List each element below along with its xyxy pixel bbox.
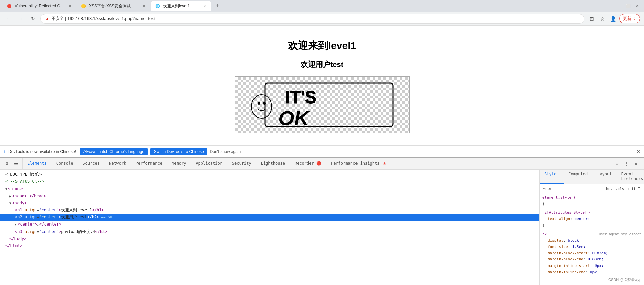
styles-content: element.style { } h2[Attributes Style] {…: [540, 193, 644, 285]
inspect-element-button[interactable]: ⊡: [3, 160, 11, 168]
insecure-label: 不安全: [52, 16, 64, 22]
dom-line-body-close: </body>: [0, 235, 539, 242]
dom-line-html[interactable]: <html>: [0, 185, 539, 192]
devtools-close-button[interactable]: ×: [632, 160, 640, 168]
dom-line-h1[interactable]: <h1 align="center">欢迎来到level1</h1>: [0, 207, 539, 214]
url-bar[interactable]: ▲ 不安全 | 192.168.163.1/xsslabs/level1.php…: [40, 14, 584, 24]
devtools-notification: ℹ DevTools is now available in Chinese! …: [0, 145, 644, 157]
tab-3-title: 欢迎来到level1: [163, 3, 199, 9]
tab-elements[interactable]: Elements: [23, 158, 52, 169]
svg-point-3: [251, 95, 272, 118]
tab-performance[interactable]: Performance: [131, 158, 167, 169]
tab-console[interactable]: Console: [52, 158, 78, 169]
devtools-main: <!DOCTYPE html> <!--STATUS OK--> <html> …: [0, 170, 644, 285]
maximize-button[interactable]: ⬜: [624, 2, 632, 10]
forward-button[interactable]: →: [16, 14, 26, 24]
image-content: IT'S OK: [235, 77, 409, 133]
styles-filter-input[interactable]: [542, 186, 601, 191]
filter-cls[interactable]: .cls: [614, 186, 625, 191]
triangle-center[interactable]: [15, 222, 17, 226]
url-text: 192.168.163.1/xsslabs/level1.php?name=te…: [67, 16, 579, 21]
security-icon: ▲: [45, 16, 49, 21]
notification-text: DevTools is now available in Chinese!: [8, 149, 76, 154]
tab-sources[interactable]: Sources: [78, 158, 104, 169]
tab-1-close[interactable]: ×: [67, 3, 73, 9]
devtools-settings-button[interactable]: ⚙: [613, 160, 621, 168]
back-button[interactable]: ←: [4, 14, 13, 24]
dom-line-html-close: </html>: [0, 242, 539, 249]
tab-1[interactable]: 🔴 Vulnerability: Reflected Cross... ×: [3, 1, 77, 11]
tab-3-close[interactable]: ×: [202, 3, 207, 9]
tab-2-title: XSS平台-XSS安全测试平台: [89, 3, 139, 9]
page-content: 欢迎来到level1 欢迎用户test IT'S OK: [0, 26, 644, 285]
dont-show-again-link[interactable]: Don't show again: [210, 149, 241, 154]
styles-tab-styles[interactable]: Styles: [540, 170, 564, 184]
bookmark-button[interactable]: ☆: [598, 14, 607, 24]
new-tab-button[interactable]: +: [213, 1, 222, 11]
web-page: 欢迎来到level1 欢迎用户test IT'S OK: [0, 26, 644, 145]
tab-memory[interactable]: Memory: [167, 158, 191, 169]
dom-line-head[interactable]: <head>…</head>: [0, 193, 539, 200]
tab-3[interactable]: 🌐 欢迎来到level1 ×: [151, 1, 211, 11]
device-toolbar-button[interactable]: ☰: [12, 160, 20, 168]
tab-3-favicon: 🌐: [155, 3, 160, 9]
address-bar-actions: ⊡ ☆ 👤 更新 ：: [587, 14, 640, 24]
notification-close[interactable]: ×: [637, 149, 640, 155]
window-controls: – ⬜ ✕: [614, 2, 641, 10]
devtools-toolbar: ⊡ ☰ Elements Console Sources Network Per…: [0, 158, 644, 170]
cast-button[interactable]: ⊡: [587, 14, 597, 24]
tab-recorder[interactable]: Recorder 🔴: [290, 158, 326, 169]
styles-tabs: Styles Computed Layout Event Listeners »: [540, 170, 644, 184]
dom-line-h2[interactable]: <h2 align="center">欢迎用户test</h2>== $0: [0, 214, 539, 221]
filter-icon1[interactable]: ⊔: [631, 186, 636, 192]
styles-tab-event-listeners[interactable]: Event Listeners: [617, 170, 644, 184]
minimize-button[interactable]: –: [614, 2, 622, 10]
tab-2[interactable]: 🟡 XSS平台-XSS安全测试平台 ×: [77, 1, 151, 11]
reload-button[interactable]: ↻: [28, 14, 38, 24]
svg-text:IT'S: IT'S: [285, 87, 316, 107]
dom-line-body[interactable]: <body>: [0, 200, 539, 207]
dom-panel: <!DOCTYPE html> <!--STATUS OK--> <html> …: [0, 170, 540, 285]
dom-line-comment: <!--STATUS OK-->: [0, 178, 539, 185]
devtools-icon-group: ⊡ ☰: [1, 158, 23, 169]
page-heading-1: 欢迎来到level1: [288, 39, 356, 53]
filter-add[interactable]: +: [626, 186, 631, 191]
update-button[interactable]: 更新 ：: [619, 14, 640, 23]
tab-performance-insights[interactable]: Performance insights 🔺: [326, 158, 392, 169]
watermark: CSDN @追梦者wyp: [608, 277, 641, 282]
dom-line-center[interactable]: <center>…</center>: [0, 221, 539, 228]
dom-line-h3[interactable]: <h3 align="center">payload的长度:4</h3>: [0, 228, 539, 235]
triangle-html[interactable]: [5, 187, 7, 191]
tab-2-close[interactable]: ×: [141, 3, 147, 9]
tab-application[interactable]: Application: [191, 158, 227, 169]
style-rule-element: element.style { }: [542, 195, 641, 207]
profile-button[interactable]: 👤: [609, 14, 618, 24]
devtools-panel: ⊡ ☰ Elements Console Sources Network Per…: [0, 157, 644, 285]
svg-point-5: [263, 102, 266, 105]
styles-panel: Styles Computed Layout Event Listeners »…: [540, 170, 644, 285]
styles-tab-computed[interactable]: Computed: [564, 170, 592, 184]
filter-icon2[interactable]: ⊓: [637, 186, 641, 192]
styles-tab-layout[interactable]: Layout: [592, 170, 616, 184]
devtools-more-button[interactable]: ⋮: [622, 160, 631, 168]
address-bar: ← → ↻ ▲ 不安全 | 192.168.163.1/xsslabs/leve…: [0, 12, 644, 26]
devtools-toolbar-right: ⚙ ⋮ ×: [610, 158, 643, 169]
close-window-button[interactable]: ✕: [633, 2, 641, 10]
tab-lighthouse[interactable]: Lighthouse: [256, 158, 290, 169]
tab-security[interactable]: Security: [227, 158, 256, 169]
svg-point-4: [258, 102, 260, 105]
page-image: IT'S OK: [235, 76, 410, 133]
dom-line-doctype: <!DOCTYPE html>: [0, 171, 539, 178]
title-bar: 🔴 Vulnerability: Reflected Cross... × 🟡 …: [0, 0, 644, 12]
triangle-body[interactable]: [9, 201, 11, 205]
match-language-button[interactable]: Always match Chrome's language: [80, 148, 148, 155]
filter-hov[interactable]: :hov: [603, 186, 614, 191]
image-svg: IT'S OK: [245, 80, 400, 130]
tab-network[interactable]: Network: [104, 158, 131, 169]
triangle-head[interactable]: [9, 194, 11, 198]
style-rule-h2-ua: h2 { user agent stylesheet display: bloc…: [542, 231, 641, 275]
tab-2-favicon: 🟡: [81, 3, 86, 9]
switch-chinese-button[interactable]: Switch DevTools to Chinese: [150, 148, 207, 155]
browser-frame: 🔴 Vulnerability: Reflected Cross... × 🟡 …: [0, 0, 644, 285]
devtools-tabs: Elements Console Sources Network Perform…: [23, 158, 610, 169]
